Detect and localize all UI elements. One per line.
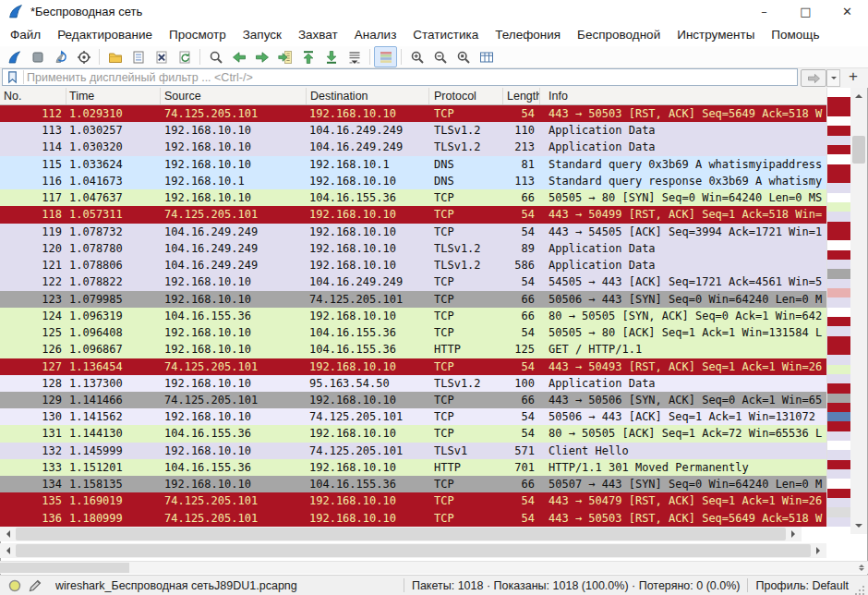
menu-item-6[interactable]: Статистика [404, 25, 487, 44]
packet-row[interactable]: 1271.13645474.125.205.101192.168.10.10TC… [0, 358, 826, 375]
column-header-length[interactable]: Length [503, 88, 540, 104]
packet-row[interactable]: 1161.041673192.168.10.1192.168.10.10DNS1… [0, 173, 826, 189]
pane-splitter-control[interactable] [859, 562, 864, 574]
close-file-button[interactable] [150, 46, 173, 67]
minimize-button[interactable]: – [743, 0, 785, 22]
packet-row[interactable]: 1191.078732104.16.249.249192.168.10.10TC… [0, 224, 826, 240]
packet-row[interactable]: 1181.05731174.125.205.101192.168.10.10TC… [0, 206, 826, 223]
go-first-button[interactable] [296, 46, 319, 67]
resize-grip-icon[interactable] [854, 584, 865, 595]
minimap-stripe [827, 202, 850, 212]
column-header-protocol[interactable]: Protocol [429, 88, 503, 104]
stop-capture-button[interactable] [26, 46, 49, 67]
column-header-time[interactable]: Time [66, 88, 161, 104]
reload-file-button[interactable] [173, 46, 196, 67]
packet-row[interactable]: 1171.047637192.168.10.10104.16.155.36TCP… [0, 189, 826, 206]
vertical-scrollbar[interactable] [850, 88, 867, 534]
packet-row[interactable]: 1361.18099974.125.205.101192.168.10.10TC… [0, 510, 826, 527]
close-button[interactable]: ✕ [826, 0, 868, 22]
add-filter-button[interactable]: + [844, 67, 862, 86]
scroll-up-button[interactable] [850, 88, 867, 103]
scroll-down-button[interactable] [850, 518, 867, 534]
packet-dst: 192.168.10.10 [307, 308, 429, 324]
title-bar[interactable]: *Беспроводная сеть –□✕ [0, 0, 868, 22]
resize-columns-button[interactable] [475, 46, 498, 67]
zoom-original-button[interactable] [452, 46, 475, 67]
collapsed-pane-scrollbar[interactable] [0, 561, 868, 574]
save-file-button[interactable] [127, 46, 150, 67]
scroll-left-button[interactable] [0, 527, 16, 541]
packet-row[interactable]: 1341.158135192.168.10.10104.16.155.36TCP… [0, 476, 826, 492]
menu-item-7[interactable]: Телефония [487, 25, 569, 44]
apply-filter-button[interactable] [801, 69, 826, 87]
go-forward-button[interactable] [250, 46, 273, 67]
packet-row[interactable]: 1301.141562192.168.10.1074.125.205.101TC… [0, 408, 826, 425]
minimap-stripe [827, 489, 850, 498]
packet-row[interactable]: 1331.151201104.16.155.36192.168.10.10HTT… [0, 459, 826, 476]
hscrollbar-thumb[interactable] [16, 544, 811, 557]
menu-item-1[interactable]: Редактирование [49, 25, 161, 44]
auto-scroll-button[interactable] [343, 46, 366, 67]
packet-row[interactable]: 1261.096867192.168.10.10104.16.155.36HTT… [0, 341, 826, 358]
packet-row[interactable]: 1151.033624192.168.10.10192.168.10.1DNS8… [0, 156, 826, 173]
menu-item-2[interactable]: Просмотр [161, 25, 235, 44]
go-to-packet-button[interactable] [273, 46, 296, 67]
column-header-no[interactable]: No. [0, 88, 66, 104]
packet-no: 125 [0, 324, 66, 341]
menu-item-5[interactable]: Анализ [346, 25, 405, 44]
packet-row[interactable]: 1241.096319104.16.155.36192.168.10.10TCP… [0, 308, 826, 324]
column-header-info[interactable]: Info [540, 88, 826, 104]
menu-item-4[interactable]: Захват [290, 25, 346, 44]
scroll-right-button[interactable] [786, 527, 802, 541]
scroll-left-button[interactable] [0, 543, 16, 558]
menu-item-10[interactable]: Помощь [763, 25, 827, 44]
packet-row[interactable]: 1311.144130104.16.155.36192.168.10.10TCP… [0, 425, 826, 442]
hscrollbar-thumb[interactable] [16, 528, 786, 540]
open-file-button[interactable] [103, 46, 127, 67]
maximize-button[interactable]: □ [785, 0, 826, 22]
packet-row[interactable]: 1131.030257192.168.10.10104.16.249.249TL… [0, 122, 826, 139]
menu-item-0[interactable]: Файл [2, 25, 49, 44]
packet-time: 1.158135 [66, 476, 161, 492]
menu-item-3[interactable]: Запуск [235, 25, 290, 44]
packet-list-hscrollbar[interactable] [0, 527, 802, 541]
capture-comment-pencil-icon[interactable] [28, 578, 42, 593]
expert-info-icon[interactable] [7, 578, 22, 593]
vertical-scrollbar-thumb[interactable] [852, 136, 865, 164]
start-capture-button[interactable] [3, 46, 26, 67]
colorize-button[interactable] [374, 46, 397, 67]
display-filter-input[interactable]: Применить дисплейный фильтр ... <Ctrl-/> [2, 68, 798, 86]
packet-time: 1.145999 [66, 443, 161, 459]
packet-row[interactable]: 1231.079985192.168.10.1074.125.205.101TC… [0, 291, 826, 308]
go-back-button[interactable] [227, 46, 250, 67]
menu-item-8[interactable]: Беспроводной [569, 25, 669, 44]
zoom-out-button[interactable] [428, 46, 452, 67]
packet-row[interactable]: 1141.030320192.168.10.10104.16.249.249TL… [0, 139, 826, 155]
find-packet-button[interactable] [204, 46, 227, 67]
packet-minimap-scrollbar[interactable] [826, 88, 850, 527]
packet-row[interactable]: 1221.078822192.168.10.10104.16.249.249TC… [0, 273, 826, 290]
scroll-right-button[interactable] [811, 543, 826, 558]
column-header-source[interactable]: Source [161, 88, 307, 104]
menu-item-9[interactable]: Инструменты [669, 25, 763, 44]
packet-row[interactable]: 1121.02931074.125.205.101192.168.10.10TC… [0, 105, 826, 122]
packet-row[interactable]: 1351.16901974.125.205.101192.168.10.10TC… [0, 492, 826, 509]
profile-label[interactable]: Профиль: Default [755, 579, 849, 592]
filter-bar: Применить дисплейный фильтр ... <Ctrl-/>… [0, 68, 868, 88]
filter-bookmark-icon[interactable] [5, 70, 24, 84]
column-header-destination[interactable]: Destination [307, 88, 429, 104]
detail-pane-hscrollbar[interactable] [0, 543, 826, 558]
packet-row[interactable]: 1201.078780104.16.249.249192.168.10.10TL… [0, 240, 826, 257]
packet-row[interactable]: 1321.145999192.168.10.1074.125.205.101TL… [0, 443, 826, 459]
zoom-in-button[interactable] [405, 46, 428, 67]
packet-row[interactable]: 1291.14146674.125.205.101192.168.10.10TC… [0, 392, 826, 408]
capture-options-button[interactable] [72, 46, 95, 67]
packet-row[interactable]: 1251.096408192.168.10.10104.16.155.36TCP… [0, 324, 826, 341]
go-last-button[interactable] [319, 46, 343, 67]
packet-row[interactable]: 1281.137300192.168.10.1095.163.54.50TLSv… [0, 375, 826, 392]
restart-capture-button[interactable] [49, 46, 72, 67]
packet-row[interactable]: 1211.078806104.16.249.249192.168.10.10TL… [0, 257, 826, 273]
filter-dropdown-button[interactable] [826, 69, 840, 87]
packet-src: 192.168.10.10 [161, 341, 307, 358]
thin-scrollbar-thumb[interactable] [0, 563, 129, 573]
